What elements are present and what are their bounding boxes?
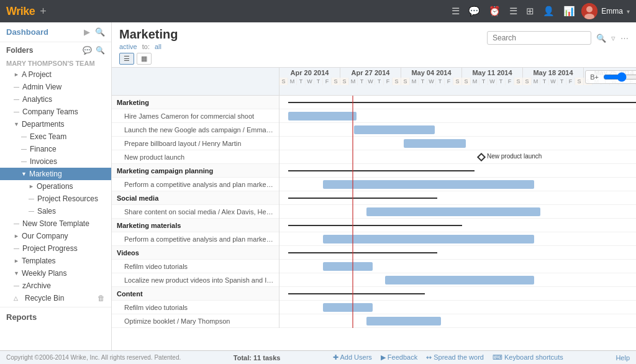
feedback-link[interactable]: ▶ Feedback <box>381 353 417 362</box>
timer-icon[interactable]: ⏰ <box>489 6 501 17</box>
comment-icon[interactable]: 💬 <box>468 6 480 17</box>
task-bar[interactable] <box>323 180 534 189</box>
table-row[interactable]: Launch the new Google ads campaign / Emm… <box>112 123 279 137</box>
sidebar-item-our-company[interactable]: ► Our Company <box>0 230 111 242</box>
search-small-icon[interactable]: 🔍 <box>95 27 105 37</box>
add-users-link[interactable]: ✚ Add Users <box>333 353 372 362</box>
sidebar-item-zarchive[interactable]: — zArchive <box>0 280 111 292</box>
sidebar-action-icons: ▶ 🔍 <box>84 27 105 37</box>
table-row[interactable]: Hire James Cameron for commercial shoot <box>112 109 279 123</box>
gantt-bar-row <box>279 232 636 246</box>
table-row[interactable]: Refilm video tutorials <box>112 260 279 273</box>
gantt-task-column-header <box>112 68 279 95</box>
task-bar[interactable] <box>323 235 534 243</box>
gantt-month-2: Apr 27 2014 <box>340 68 401 78</box>
reports-label[interactable]: Reports <box>0 310 111 323</box>
chart-icon[interactable]: 📊 <box>563 6 575 17</box>
table-row[interactable]: Perform a competitive analysis and plan … <box>112 232 279 246</box>
sidebar-item-company-teams[interactable]: — Company Teams <box>0 106 111 118</box>
sidebar-item-label: Admin View <box>22 83 61 91</box>
gantt-view-button[interactable]: ▦ <box>137 53 152 65</box>
sidebar-item-label: Analytics <box>22 95 52 104</box>
sidebar-item-recycle-bin[interactable]: △ Recycle Bin 🗑 <box>0 292 111 304</box>
sidebar-item-admin-view[interactable]: — Admin View <box>0 81 111 93</box>
add-button[interactable]: + <box>40 5 47 18</box>
table-row[interactable]: Perform a competitive analysis and plan … <box>112 178 279 191</box>
gantt-bar-row <box>279 314 636 328</box>
section-line <box>288 102 636 103</box>
spread-word-link[interactable]: ↭ Spread the word <box>426 353 484 362</box>
zoom-in-button[interactable]: B+ <box>588 73 601 81</box>
user-menu[interactable]: Emma ▾ <box>581 3 630 19</box>
list-icon[interactable]: ☰ <box>509 6 517 17</box>
task-bar[interactable] <box>385 276 534 284</box>
user-icon[interactable]: 👤 <box>543 6 555 17</box>
table-row[interactable]: Localize new product videos into Spanish… <box>112 273 279 287</box>
user-name: Emma <box>601 7 623 16</box>
sidebar-item-marketing[interactable]: ▼ Marketing <box>0 168 111 180</box>
gantt-body: Marketing Hire James Cameron for commerc… <box>112 96 636 328</box>
task-bar[interactable] <box>288 112 357 121</box>
sidebar-item-project-resources[interactable]: — Project Resources <box>0 193 111 205</box>
sidebar-item-weekly-plans[interactable]: ▼ Weekly Plans <box>0 267 111 280</box>
grid-icon[interactable]: ⊞ <box>526 6 534 17</box>
sidebar-item-new-store-template[interactable]: — New Store Template <box>0 217 111 230</box>
zoom-slider[interactable] <box>603 72 636 82</box>
filter-icon[interactable]: ▿ <box>611 34 616 43</box>
table-row[interactable]: Optimize booklet / Mary Thompson <box>112 314 279 328</box>
gantt-bar-row <box>279 96 636 109</box>
dashboard-link[interactable]: Dashboard <box>6 27 48 37</box>
keyboard-shortcuts-link[interactable]: ⌨ Keyboard shortcuts <box>493 353 563 362</box>
sidebar-item-exec-team[interactable]: — Exec Team <box>0 130 111 143</box>
gantt-day: F <box>445 78 453 85</box>
meta-all[interactable]: all <box>155 43 161 50</box>
task-bar[interactable] <box>366 317 441 325</box>
sidebar-item-departments[interactable]: ▼ Departments <box>0 118 111 130</box>
list-view-button[interactable]: ☰ <box>119 53 134 65</box>
sidebar-item-invoices[interactable]: — Invoices <box>0 155 111 168</box>
sidebar-item-templates[interactable]: ► Templates <box>0 255 111 267</box>
meta-active[interactable]: active <box>119 43 137 50</box>
sidebar-item-project-progress[interactable]: — Project Progress <box>0 242 111 255</box>
gantt-month-5: May 18 2014 <box>523 68 584 78</box>
new-folder-icon[interactable]: 💬 <box>83 46 92 55</box>
search-folders-icon[interactable]: 🔍 <box>96 46 105 55</box>
table-row[interactable]: New product launch <box>112 150 279 164</box>
gantt-day: W <box>306 78 314 85</box>
gantt-bar-row <box>279 109 636 123</box>
gantt-bar-row <box>279 178 636 191</box>
zoom-controls: B+ ▤ ▣ <box>585 70 636 84</box>
gantt-bar-row <box>279 219 636 232</box>
gantt-area[interactable]: B+ ▤ ▣ Apr 20 2014 Apr 27 2014 May 04 20… <box>112 68 636 350</box>
gantt-bar-row <box>279 287 636 301</box>
table-row[interactable]: Prepare billboard layout / Henry Martin <box>112 137 279 150</box>
gantt-day: T <box>497 78 506 85</box>
copyright-text: Copyright ©2006-2014 Wrike, Inc. All rig… <box>6 354 181 361</box>
task-bar[interactable] <box>323 303 373 312</box>
bullet-icon: — <box>14 283 20 289</box>
page-meta: active to: all <box>119 43 178 50</box>
sidebar-dashboard-row: Dashboard ▶ 🔍 <box>0 22 111 42</box>
table-row[interactable]: Share content on social media / Alex Dav… <box>112 205 279 219</box>
search-input[interactable] <box>487 31 591 45</box>
search-row: 🔍 ▿ ⋯ <box>487 31 629 45</box>
table-row[interactable]: Refilm video tutorials <box>112 301 279 314</box>
task-total: Total: 11 tasks <box>234 354 281 362</box>
content-header: Marketing active to: all 🔍 ▿ ⋯ ☰ ▦ <box>112 22 636 68</box>
task-bar[interactable] <box>354 125 435 134</box>
comment-small-icon[interactable]: ▶ <box>84 27 90 37</box>
help-button[interactable]: Help <box>616 354 630 362</box>
task-bar[interactable] <box>323 262 373 271</box>
hamburger-icon[interactable]: ☰ <box>452 6 460 17</box>
task-bar[interactable] <box>404 139 466 148</box>
search-icon[interactable]: 🔍 <box>596 34 606 43</box>
task-label: Launch the new Google ads campaign / Emm… <box>112 126 279 134</box>
sidebar-item-a-project[interactable]: ► A Project <box>0 68 111 81</box>
sidebar-item-sales[interactable]: — Sales <box>0 205 111 217</box>
top-icon-group: ☰ 💬 ⏰ ☰ ⊞ 👤 📊 <box>452 6 575 17</box>
sidebar-item-operations[interactable]: ► Operations <box>0 180 111 193</box>
sidebar-item-analytics[interactable]: — Analytics <box>0 93 111 106</box>
more-options-icon[interactable]: ⋯ <box>620 34 629 43</box>
sidebar-item-finance[interactable]: — Finance <box>0 143 111 155</box>
task-bar[interactable] <box>366 207 540 216</box>
